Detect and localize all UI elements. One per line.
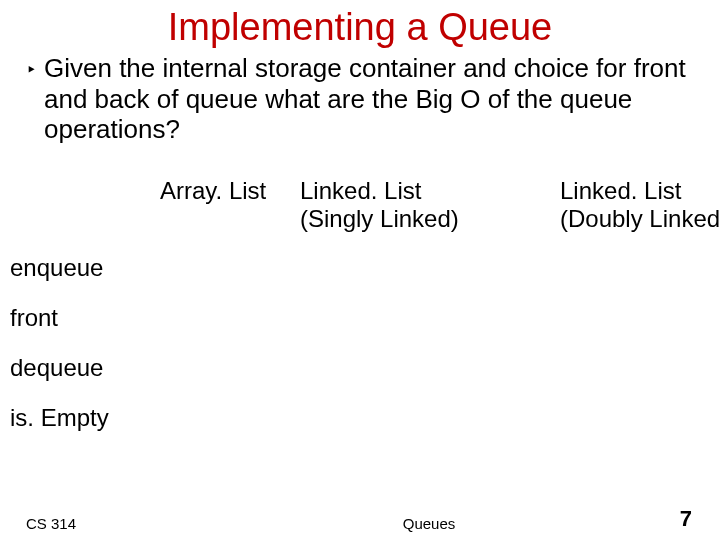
footer-course: CS 314: [0, 515, 246, 532]
bullet-text: Given the internal storage container and…: [44, 53, 694, 145]
column-header-singly: Linked. List (Singly Linked): [300, 177, 560, 232]
table-header-row: Array. List Linked. List (Singly Linked)…: [10, 177, 710, 232]
footer-topic: Queues: [246, 515, 612, 532]
slide: Implementing a Queue ‣ Given the interna…: [0, 6, 720, 540]
row-dequeue: dequeue: [10, 354, 710, 382]
header-spacer: [10, 177, 160, 232]
row-front: front: [10, 304, 710, 332]
column-header-doubly: Linked. List (Doubly Linked): [560, 177, 720, 232]
column-header-singly-line2: (Singly Linked): [300, 205, 459, 232]
body-text: ‣ Given the internal storage container a…: [0, 53, 720, 145]
table-row-labels: enqueue front dequeue is. Empty: [10, 254, 710, 432]
column-header-doubly-line2: (Doubly Linked): [560, 205, 720, 232]
column-header-doubly-line1: Linked. List: [560, 177, 681, 204]
bullet-icon: ‣: [26, 53, 44, 85]
row-isempty: is. Empty: [10, 404, 710, 432]
slide-title: Implementing a Queue: [0, 6, 720, 49]
column-header-singly-line1: Linked. List: [300, 177, 421, 204]
footer-page-number: 7: [612, 506, 720, 532]
slide-footer: CS 314 Queues 7: [0, 506, 720, 532]
row-enqueue: enqueue: [10, 254, 710, 282]
column-header-arraylist: Array. List: [160, 177, 300, 232]
bullet-item: ‣ Given the internal storage container a…: [26, 53, 694, 145]
comparison-table: Array. List Linked. List (Singly Linked)…: [0, 177, 720, 432]
